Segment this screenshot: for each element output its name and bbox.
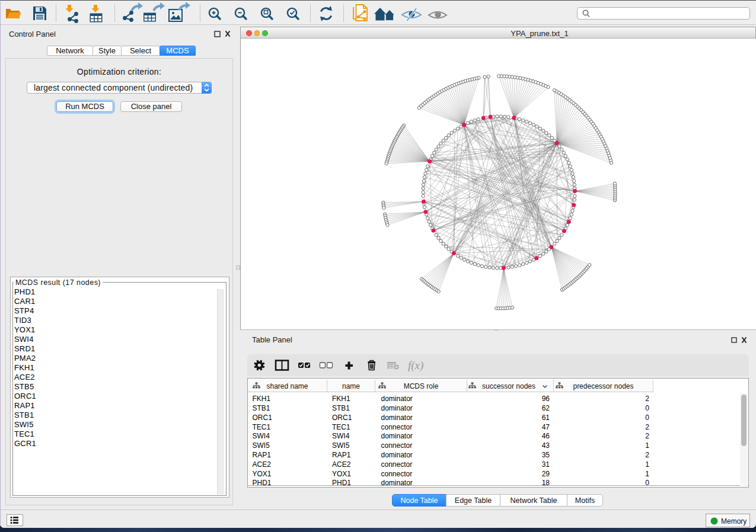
svg-text:f(x): f(x) [408, 359, 423, 372]
